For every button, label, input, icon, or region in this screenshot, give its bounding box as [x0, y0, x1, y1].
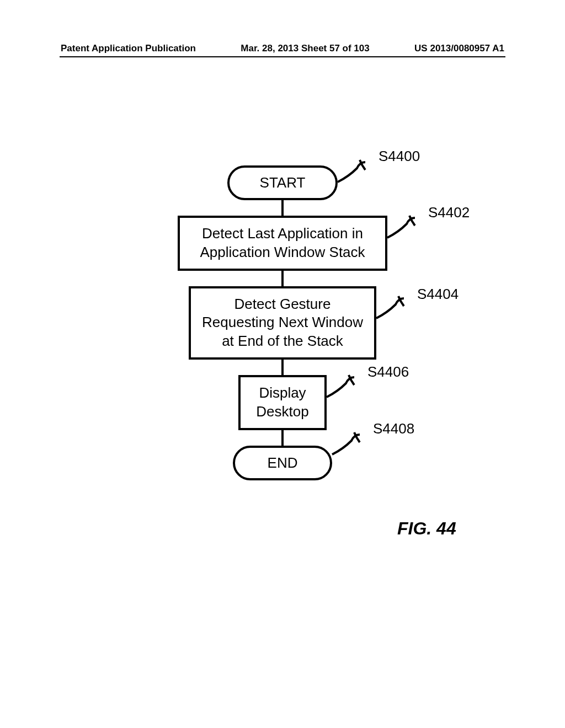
callout-line-icon [332, 432, 371, 460]
step2-process: Detect Gesture Requesting Next Window at… [189, 286, 376, 360]
step1-ref: S4402 [428, 204, 470, 222]
figure-label: FIG. 44 [397, 518, 456, 539]
callout-line-icon [387, 216, 426, 243]
header-divider [60, 56, 505, 57]
start-terminal: START S4400 [227, 165, 338, 200]
end-terminal: END S4408 [233, 446, 332, 480]
start-label: START [260, 174, 306, 191]
page-header: Patent Application Publication Mar. 28, … [0, 43, 565, 54]
header-right: US 2013/0080957 A1 [414, 43, 504, 54]
callout-line-icon [327, 375, 365, 403]
end-label: END [268, 454, 298, 471]
end-ref: S4408 [373, 420, 414, 437]
step1-process: Detect Last Application in Application W… [178, 216, 387, 271]
step3-label: Display Desktop [256, 384, 308, 420]
step1-label: Detect Last Application in Application W… [200, 225, 365, 260]
callout-line-icon [338, 160, 376, 188]
step3-ref: S4406 [367, 363, 409, 382]
start-ref: S4400 [379, 148, 420, 165]
connector-line [281, 430, 284, 446]
connector-line [281, 271, 284, 286]
step3-process: Display Desktop S4406 [238, 375, 327, 430]
step2-ref: S4404 [417, 285, 459, 304]
connector-line [281, 360, 284, 375]
header-left: Patent Application Publication [61, 43, 196, 54]
header-center: Mar. 28, 2013 Sheet 57 of 103 [241, 43, 369, 54]
flowchart-diagram: START S4400 Detect Last Application in A… [0, 165, 565, 480]
callout-line-icon [376, 296, 415, 324]
step2-label: Detect Gesture Requesting Next Window at… [202, 296, 363, 350]
connector-line [281, 200, 284, 216]
